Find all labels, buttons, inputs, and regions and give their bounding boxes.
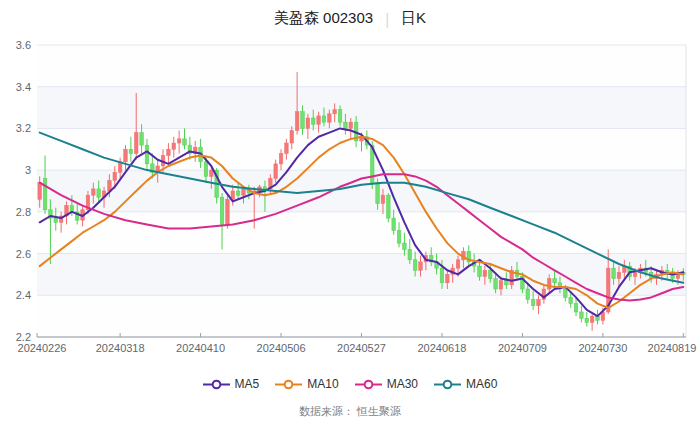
legend-item-ma10[interactable]: MA10 bbox=[275, 377, 338, 391]
y-axis-tick-label: 3.4 bbox=[16, 81, 31, 93]
legend-item-ma60[interactable]: MA60 bbox=[434, 377, 497, 391]
legend-label: MA5 bbox=[235, 377, 260, 391]
ma-legend: MA5MA10MA30MA60 bbox=[0, 377, 700, 391]
legend-label: MA10 bbox=[307, 377, 338, 391]
ma30-marker-icon bbox=[355, 379, 382, 390]
y-axis-tick-label: 3 bbox=[25, 164, 31, 176]
kline-plot-area[interactable]: 3.63.43.232.82.62.42.2202402262024031820… bbox=[0, 0, 700, 426]
x-axis-tick-label: 20240709 bbox=[498, 342, 547, 354]
x-axis-tick-label: 20240819 bbox=[648, 342, 697, 354]
ma60-marker-icon bbox=[434, 379, 461, 390]
x-axis-tick-label: 20240618 bbox=[417, 342, 466, 354]
x-axis-tick-label: 20240527 bbox=[337, 342, 386, 354]
legend-item-ma30[interactable]: MA30 bbox=[355, 377, 418, 391]
x-axis-tick-label: 20240318 bbox=[96, 342, 145, 354]
y-axis-tick-label: 3.6 bbox=[16, 39, 31, 51]
legend-label: MA30 bbox=[387, 377, 418, 391]
x-axis-tick-label: 20240506 bbox=[257, 342, 306, 354]
legend-item-ma5[interactable]: MA5 bbox=[203, 377, 260, 391]
y-axis-tick-label: 2.6 bbox=[16, 248, 31, 260]
legend-label: MA60 bbox=[466, 377, 497, 391]
candle[interactable] bbox=[226, 195, 230, 228]
kline-chart-window: 美盈森 002303 | 日K 3.63.43.232.82.62.42.220… bbox=[0, 0, 700, 426]
y-axis-labels: 3.63.43.232.82.62.42.2 bbox=[16, 39, 31, 343]
y-axis-tick-label: 3.2 bbox=[16, 122, 31, 134]
data-source-text: 数据来源： 恒生聚源 bbox=[0, 404, 700, 419]
background-bands bbox=[37, 45, 686, 337]
ma5-marker-icon bbox=[203, 379, 230, 390]
y-axis-tick-label: 2.8 bbox=[16, 206, 31, 218]
x-axis-tick-label: 20240730 bbox=[578, 342, 627, 354]
candle[interactable] bbox=[387, 193, 391, 222]
x-axis-tick-label: 20240226 bbox=[18, 342, 67, 354]
x-axis-tick-label: 20240410 bbox=[176, 342, 225, 354]
ma10-marker-icon bbox=[275, 379, 302, 390]
y-axis-tick-label: 2.4 bbox=[16, 289, 31, 301]
